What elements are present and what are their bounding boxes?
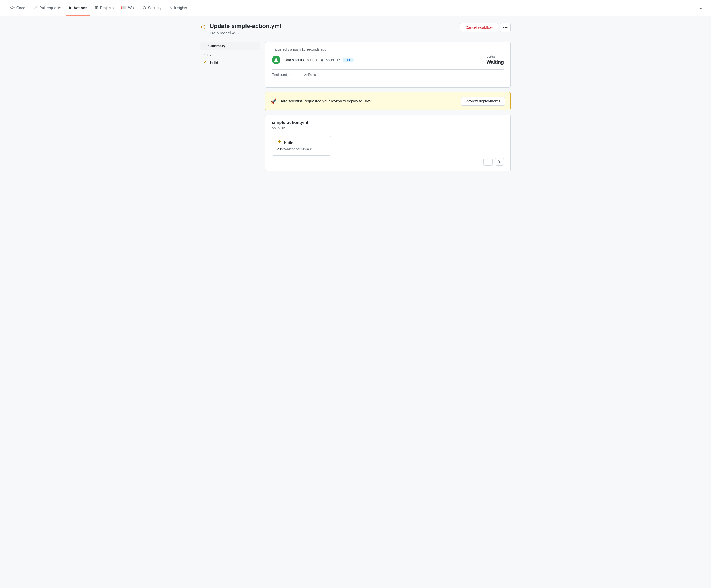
page-title: Update simple-action.yml (210, 23, 281, 29)
review-banner-text: 🚀 Data scientist requested your review t… (271, 98, 371, 104)
nav-actions-label: Actions (73, 6, 87, 10)
trigger-row: Data scientist pushed ◉ 5899133 main Sta… (272, 54, 504, 65)
page-title-group: Update simple-action.yml Train model #25 (210, 23, 281, 35)
nav-pull-requests[interactable]: ⎇ Pull requests (29, 0, 64, 16)
job-status-env: dev (277, 147, 283, 151)
shield-icon: ⊙ (143, 5, 146, 10)
trigger-description: Triggered via push 10 seconds ago (272, 47, 504, 51)
top-nav: <> Code ⎇ Pull requests ▶ Actions ⊞ Proj… (0, 0, 711, 16)
duration-label: Total duration (272, 73, 291, 77)
duration-row: Total duration – Artifacts – (272, 69, 504, 82)
status-section: Status Waiting (487, 54, 504, 65)
pushed-info: Data scientist pushed ◉ 5899133 main (284, 58, 354, 62)
home-icon: ⌂ (204, 44, 206, 48)
workflow-trigger: on: push (272, 126, 504, 130)
branch-badge[interactable]: main (343, 58, 354, 62)
nav-projects[interactable]: ⊞ Projects (91, 0, 117, 16)
artifacts-value: – (304, 78, 306, 82)
status-value: Waiting (487, 60, 504, 65)
workflow-filename: simple-action.yml (272, 120, 504, 125)
nav-wiki[interactable]: 📖 Wiki (118, 0, 138, 16)
play-icon: ▶ (69, 5, 72, 10)
page-subtitle: Train model #25 (210, 31, 281, 35)
commit-icon: ◉ (321, 58, 323, 62)
workflow-card: simple-action.yml on: push ⏱ build dev w… (265, 115, 511, 171)
artifacts-item: Artifacts – (304, 73, 316, 82)
bottom-pager: ⛶ ❯ (272, 158, 504, 166)
job-box-header: ⏱ build (277, 140, 325, 145)
review-deployments-button[interactable]: Review deployments (461, 96, 505, 106)
actor-avatar (272, 56, 280, 64)
pushed-label: pushed (307, 58, 318, 62)
review-banner: 🚀 Data scientist requested your review t… (265, 92, 511, 110)
nav-security[interactable]: ⊙ Security (139, 0, 165, 16)
nav-code-label: Code (16, 6, 25, 10)
sidebar-summary-label: Summary (208, 44, 225, 48)
job-box-status: dev waiting for review (277, 147, 325, 151)
sidebar-jobs-label: Jobs (200, 50, 260, 59)
trigger-info-card: Triggered via push 10 seconds ago Data s… (265, 42, 511, 88)
next-button[interactable]: ❯ (495, 158, 504, 166)
sidebar-job-name: build (210, 61, 218, 65)
page-header: ⏱ Update simple-action.yml Train model #… (200, 23, 511, 35)
build-clock-icon: ⏱ (204, 61, 208, 65)
job-box-build: ⏱ build dev waiting for review (272, 136, 331, 156)
chart-icon: ∿ (169, 5, 173, 10)
nav-pr-label: Pull requests (39, 6, 61, 10)
status-label: Status (487, 54, 504, 59)
pr-icon: ⎇ (33, 5, 38, 10)
job-box-name[interactable]: build (284, 140, 294, 145)
nav-wiki-label: Wiki (128, 6, 135, 10)
content-area: Triggered via push 10 seconds ago Data s… (265, 42, 511, 171)
nav-more-button[interactable]: ••• (696, 4, 705, 13)
sidebar-job-build[interactable]: ⏱ build (200, 59, 260, 68)
total-duration-item: Total duration – (272, 73, 291, 82)
artifacts-label: Artifacts (304, 73, 316, 77)
code-icon: <> (10, 5, 15, 10)
nav-security-label: Security (148, 6, 161, 10)
review-env: dev (365, 99, 371, 103)
sidebar-item-summary[interactable]: ⌂ Summary (200, 42, 260, 50)
expand-button[interactable]: ⛶ (483, 158, 493, 166)
commit-hash: 5899133 (326, 58, 340, 62)
sidebar: ⌂ Summary Jobs ⏱ build (200, 42, 260, 171)
page-content: ⏱ Update simple-action.yml Train model #… (194, 16, 517, 178)
duration-value: – (272, 78, 274, 82)
main-layout: ⌂ Summary Jobs ⏱ build Triggered via pus… (200, 42, 511, 171)
page-header-actions: Cancel workflow ••• (460, 23, 511, 32)
review-actor: Data scientist (279, 99, 302, 103)
book-icon: 📖 (121, 5, 127, 10)
job-status-text-value: waiting for review (284, 147, 311, 151)
nav-insights[interactable]: ∿ Insights (166, 0, 190, 16)
waiting-clock-icon: ⏱ (200, 24, 207, 31)
table-icon: ⊞ (95, 5, 98, 10)
nav-code[interactable]: <> Code (6, 0, 28, 16)
page-header-left: ⏱ Update simple-action.yml Train model #… (200, 23, 281, 35)
cancel-workflow-button[interactable]: Cancel workflow (460, 23, 498, 32)
trigger-left: Data scientist pushed ◉ 5899133 main (272, 56, 354, 64)
rocket-icon: 🚀 (271, 98, 277, 104)
actor-name: Data scientist (284, 58, 305, 62)
nav-actions[interactable]: ▶ Actions (65, 0, 90, 16)
more-options-button[interactable]: ••• (500, 23, 511, 32)
review-middle-text: requested your review to deploy to (305, 99, 362, 103)
nav-projects-label: Projects (100, 6, 113, 10)
job-clock-icon: ⏱ (277, 140, 282, 145)
nav-insights-label: Insights (174, 6, 187, 10)
